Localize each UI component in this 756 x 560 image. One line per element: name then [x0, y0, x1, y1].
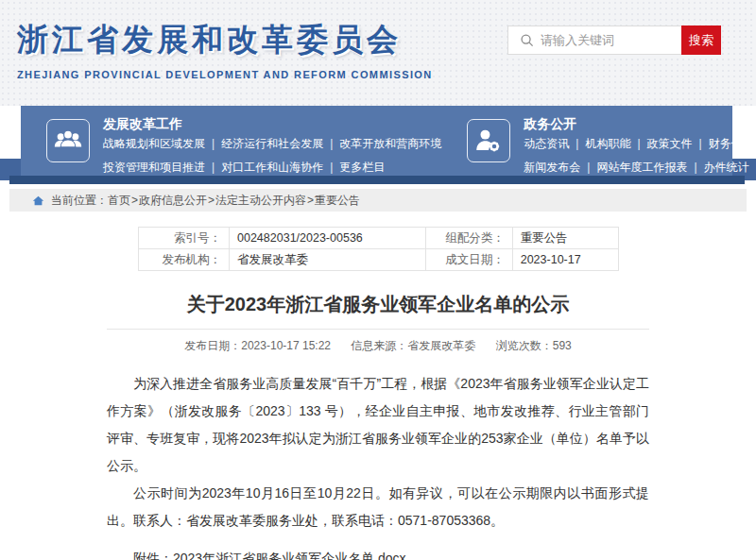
nav-title-gov-disclosure[interactable]: 政务公开 — [524, 115, 756, 132]
nav-band: 发展改革工作 战略规划和区域发展|经济运行和社会发展|改革开放和营商环境 投资管… — [0, 106, 756, 189]
breadcrumb: 当前位置： 首页>政府信息公开>法定主动公开内容>重要公告 — [9, 189, 747, 212]
nav-link-functions[interactable]: 机构职能 — [585, 137, 630, 150]
nav-separator: | — [323, 161, 339, 174]
issue-date-value: 2023-10-17 — [512, 249, 618, 271]
issuing-agency-label: 发布机构： — [138, 249, 230, 271]
category-value: 重要公告 — [512, 228, 618, 249]
nav-row: 新闻发布会|网站年度工作报表|办件统计|数据统计 — [524, 156, 756, 179]
nav-link-counterpart-work[interactable]: 对口工作和山海协作 — [221, 161, 323, 174]
breadcrumb-label: 当前位置： — [51, 193, 108, 209]
search-button[interactable]: 搜索 — [681, 25, 721, 55]
breadcrumb-statutory-content[interactable]: 法定主动公开内容 — [215, 193, 306, 209]
people-group-icon — [46, 119, 90, 162]
nav-separator: | — [630, 137, 646, 150]
person-gear-icon — [467, 119, 510, 162]
nav-link-investment-management[interactable]: 投资管理和项目推进 — [103, 161, 205, 174]
nav-separator: | — [693, 137, 709, 150]
nav-separator: | — [569, 137, 585, 150]
category-label: 组配分类： — [426, 228, 512, 249]
nav-separator: | — [205, 161, 221, 174]
nav-separator: | — [580, 161, 596, 174]
title-divider — [107, 329, 649, 330]
index-number-label: 索引号： — [138, 228, 230, 249]
breadcrumb-home[interactable]: 首页 — [108, 193, 130, 209]
issue-date-label: 成文日期： — [426, 249, 512, 271]
attachment-line: 附件：2023年浙江省服务业领军企业名单.docx — [107, 545, 649, 560]
article: 索引号： 002482031/2023-00536 组配分类： 重要公告 发布机… — [107, 212, 649, 560]
nav-separator: | — [205, 137, 221, 150]
nav-link-press-conference[interactable]: 新闻发布会 — [524, 161, 580, 174]
nav-separator: | — [687, 161, 703, 174]
nav-row: 投资管理和项目推进|对口工作和山海协作|更多栏目 — [103, 156, 441, 179]
table-row: 索引号： 002482031/2023-00536 组配分类： 重要公告 — [138, 228, 618, 249]
nav-link-more-columns[interactable]: 更多栏目 — [339, 161, 385, 174]
breadcrumb-gov-info[interactable]: 政府信息公开 — [139, 193, 207, 209]
nav-row: 动态资讯|机构职能|政策文件|财务信息|人事信息|互动交流 — [524, 132, 756, 156]
search-icon — [508, 26, 535, 54]
nav-link-strategic-planning[interactable]: 战略规划和区域发展 — [103, 137, 205, 150]
article-body: 为深入推进全省服务业高质量发展“百千万”工程，根据《2023年省服务业领军企业认… — [107, 370, 649, 535]
breadcrumb-important-notice[interactable]: 重要公告 — [315, 193, 360, 209]
attachment-label: 附件： — [133, 551, 173, 560]
search-input[interactable] — [535, 26, 681, 54]
nav-title-development-reform[interactable]: 发展改革工作 — [103, 115, 441, 132]
paragraph: 为深入推进全省服务业高质量发展“百千万”工程，根据《2023年省服务业领军企业认… — [107, 370, 649, 480]
nav-link-policy-documents[interactable]: 政策文件 — [647, 137, 693, 150]
nav-panel: 发展改革工作 战略规划和区域发展|经济运行和社会发展|改革开放和营商环境 投资管… — [21, 106, 732, 176]
nav-link-case-statistics[interactable]: 办件统计 — [704, 161, 749, 174]
info-source: 信息来源：省发展改革委 — [351, 339, 475, 352]
site-header: 浙江省发展和改革委员会 ZHEJIANG PROVINCIAL DEVELOPM… — [0, 0, 756, 106]
site-logo: 浙江省发展和改革委员会 ZHEJIANG PROVINCIAL DEVELOPM… — [17, 19, 433, 80]
site-title: 浙江省发展和改革委员会 — [17, 19, 433, 61]
paragraph: 公示时间为2023年10月16日至10月22日。如有异议，可以在公示期限内以书面… — [107, 480, 649, 535]
index-number-value: 002482031/2023-00536 — [230, 228, 426, 249]
nav-link-annual-report[interactable]: 网站年度工作报表 — [596, 161, 687, 174]
nav-separator: | — [323, 137, 339, 150]
breadcrumb-separator: > — [207, 194, 215, 207]
doc-info-table: 索引号： 002482031/2023-00536 组配分类： 重要公告 发布机… — [138, 227, 619, 271]
nav-section-development-reform: 发展改革工作 战略规划和区域发展|经济运行和社会发展|改革开放和营商环境 投资管… — [21, 114, 441, 176]
article-meta: 发布日期：2023-10-17 15:22 信息来源：省发展改革委 浏览次数：5… — [107, 338, 649, 354]
table-row: 发布机构： 省发展改革委 成文日期： 2023-10-17 — [138, 249, 618, 271]
publish-date: 发布日期：2023-10-17 15:22 — [184, 339, 331, 352]
home-icon — [32, 195, 44, 207]
site-search: 搜索 — [507, 25, 721, 55]
attachment-file-link[interactable]: 2023年浙江省服务业领军企业名单.docx — [173, 551, 406, 560]
nav-row: 战略规划和区域发展|经济运行和社会发展|改革开放和营商环境 — [103, 132, 441, 156]
nav-separator: | — [749, 161, 756, 174]
page-title: 关于2023年浙江省服务业领军企业名单的公示 — [116, 292, 640, 316]
site-subtitle: ZHEJIANG PROVINCIAL DEVELOPMENT AND REFO… — [17, 69, 433, 80]
nav-link-news[interactable]: 动态资讯 — [524, 137, 569, 150]
breadcrumb-separator: > — [306, 194, 315, 207]
nav-link-financial-info[interactable]: 财务信息 — [709, 137, 754, 150]
nav-link-reform-opening[interactable]: 改革开放和营商环境 — [339, 137, 441, 150]
breadcrumb-separator: > — [130, 194, 139, 207]
nav-section-gov-disclosure: 政务公开 动态资讯|机构职能|政策文件|财务信息|人事信息|互动交流 新闻发布会… — [441, 114, 756, 176]
nav-link-economic-operation[interactable]: 经济运行和社会发展 — [221, 137, 323, 150]
issuing-agency-value: 省发展改革委 — [230, 249, 426, 271]
view-count: 浏览次数：593 — [496, 339, 572, 352]
